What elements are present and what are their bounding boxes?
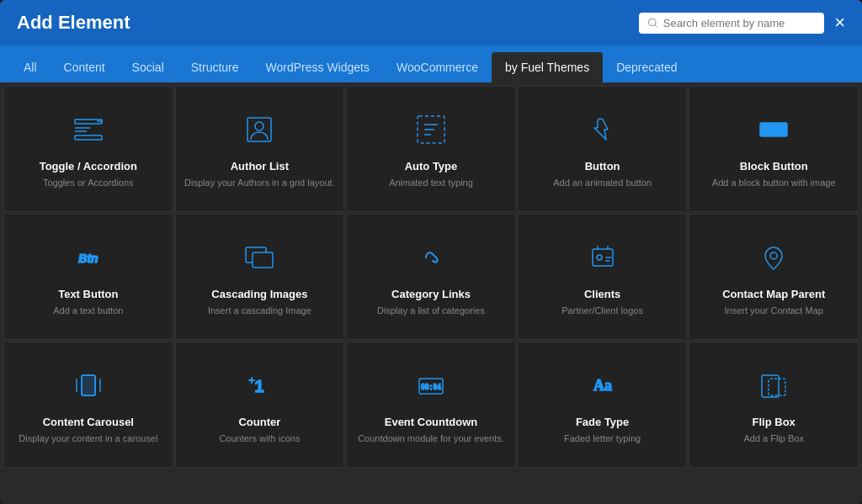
element-cascading-images[interactable]: Cascading Images Insert a cascading Imag… <box>175 214 345 340</box>
element-toggle-accordion[interactable]: Toggle / Accordion Toggles or Accordions <box>3 86 173 212</box>
element-title: Auto Type <box>405 160 458 172</box>
element-desc: Add a block button with image <box>712 177 836 189</box>
element-desc: Display a list of categories <box>377 305 485 317</box>
tab-wordpress-widgets[interactable]: WordPress Widgets <box>253 52 383 82</box>
element-contact-map[interactable]: Contact Map Parent Insert your Contact M… <box>689 214 859 340</box>
element-title: Content Carousel <box>43 416 134 428</box>
header-right: × <box>639 13 845 34</box>
search-box[interactable] <box>639 13 824 34</box>
element-content-carousel[interactable]: Content Carousel Display your content in… <box>3 342 173 468</box>
countdown-icon: 00:04 <box>414 367 448 404</box>
svg-point-0 <box>649 19 656 25</box>
element-desc: Toggles or Accordions <box>43 177 134 189</box>
textbutton-icon: Btn <box>72 239 105 276</box>
close-button[interactable]: × <box>834 13 845 32</box>
element-author-list[interactable]: Author List Display your Authors in a gr… <box>175 86 345 212</box>
element-clients[interactable]: Clients Partner/Client logos <box>518 214 688 340</box>
element-title: Fade Type <box>576 416 629 428</box>
element-title: Clients <box>584 288 620 300</box>
svg-line-1 <box>655 24 657 26</box>
element-event-countdown[interactable]: 00:04 Event Countdown Countdown module f… <box>346 342 516 468</box>
tab-social[interactable]: Social <box>119 52 178 82</box>
element-desc: Add a Flip Box <box>743 432 804 445</box>
tab-deprecated[interactable]: Deprecated <box>603 52 690 82</box>
elements-grid-container: Toggle / Accordion Toggles or Accordions… <box>0 82 862 504</box>
element-desc: Add an animated button <box>553 177 652 189</box>
element-desc: Insert a cascading Image <box>208 305 311 317</box>
element-desc: Partner/Client logos <box>561 305 643 317</box>
search-input[interactable] <box>663 17 816 29</box>
cascading-icon <box>242 239 276 276</box>
tab-structure[interactable]: Structure <box>178 52 253 82</box>
element-title: Cascading Images <box>211 288 307 300</box>
modal-header: Add Element × <box>0 0 862 45</box>
element-block-button[interactable]: CTA Block Button Add a block button with… <box>689 86 859 212</box>
clients-icon <box>586 239 620 276</box>
svg-rect-32 <box>769 379 785 395</box>
svg-text:Btn: Btn <box>78 252 98 265</box>
elements-grid: Toggle / Accordion Toggles or Accordions… <box>3 86 859 468</box>
element-title: Block Button <box>740 160 808 172</box>
counter-icon: 1 <box>242 367 276 404</box>
element-title: Contact Map Parent <box>722 288 825 300</box>
svg-text:00:04: 00:04 <box>421 384 441 391</box>
svg-text:1: 1 <box>255 377 264 395</box>
flipbox-icon <box>757 367 790 404</box>
svg-rect-22 <box>82 375 95 395</box>
contactmap-icon <box>757 239 790 276</box>
element-category-links[interactable]: Category Links Display a list of categor… <box>346 214 516 340</box>
fadetype-icon: Aa <box>586 367 620 404</box>
search-icon <box>647 17 658 29</box>
add-element-modal: Add Element × All Content Social Structu… <box>0 0 862 504</box>
tab-content[interactable]: Content <box>51 52 119 82</box>
element-text-button[interactable]: Btn Text Button Add a text button <box>3 214 173 340</box>
element-desc: Faded letter typing <box>564 432 641 445</box>
element-title: Event Countdown <box>385 416 478 428</box>
element-title: Counter <box>238 416 280 428</box>
element-desc: Insert your Contact Map <box>725 305 823 317</box>
element-flip-box[interactable]: Flip Box Add a Flip Box <box>689 342 859 468</box>
svg-point-19 <box>597 255 602 260</box>
element-desc: Animated text typing <box>389 177 473 189</box>
element-title: Flip Box <box>753 416 795 428</box>
tab-all[interactable]: All <box>10 52 51 82</box>
accordion-icon <box>72 111 105 148</box>
tab-woocommerce[interactable]: WooCommerce <box>383 52 492 82</box>
element-desc: Add a text button <box>53 305 123 317</box>
element-button[interactable]: Button Add an animated button <box>518 86 688 212</box>
author-icon <box>242 111 276 148</box>
svg-rect-17 <box>253 252 273 268</box>
tabs-bar: All Content Social Structure WordPress W… <box>0 45 862 82</box>
element-desc: Display your Authors in a grid layout. <box>184 177 335 189</box>
element-auto-type[interactable]: Auto Type Animated text typing <box>346 86 516 212</box>
element-desc: Countdown module for your events. <box>358 432 504 445</box>
element-title: Author List <box>231 160 289 172</box>
svg-text:CTA: CTA <box>767 126 780 134</box>
element-title: Category Links <box>391 288 471 300</box>
svg-point-20 <box>770 252 777 259</box>
category-icon <box>414 239 448 276</box>
button-icon <box>586 111 620 148</box>
element-desc: Counters with icons <box>219 432 300 445</box>
element-counter[interactable]: 1 Counter Counters with icons <box>175 342 345 468</box>
element-title: Button <box>585 160 620 172</box>
blockbutton-icon: CTA <box>757 111 790 148</box>
element-title: Toggle / Accordion <box>40 160 137 172</box>
svg-point-8 <box>255 122 263 130</box>
element-title: Text Button <box>58 288 118 300</box>
autotype-icon <box>414 111 448 148</box>
svg-rect-5 <box>75 135 102 140</box>
element-fade-type[interactable]: Aa Fade Type Faded letter typing <box>518 342 688 468</box>
element-desc: Display your content in a carousel <box>19 432 157 445</box>
carousel-icon <box>72 367 105 404</box>
modal-title: Add Element <box>17 12 130 34</box>
tab-by-fuel-themes[interactable]: by Fuel Themes <box>492 52 603 82</box>
svg-text:Aa: Aa <box>593 377 612 394</box>
